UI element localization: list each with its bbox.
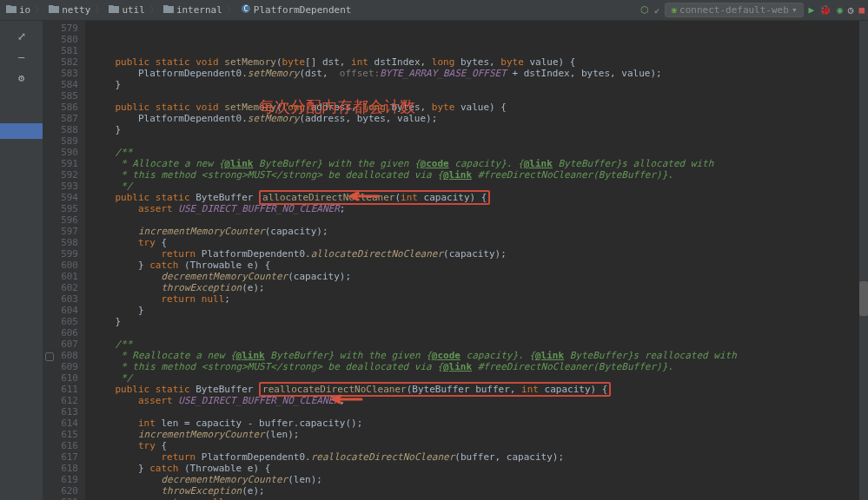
expand-icon[interactable]: ⤢ bbox=[13, 28, 30, 45]
line-number: 586 bbox=[43, 102, 78, 113]
class-icon: C bbox=[241, 3, 251, 16]
line-number: 620 bbox=[43, 485, 78, 497]
breadcrumb-sep: 〉 bbox=[149, 3, 159, 16]
line-number: 605 bbox=[43, 316, 78, 327]
run-icon[interactable]: ▶ bbox=[809, 4, 815, 16]
line-number: 616 bbox=[43, 440, 78, 451]
code-line[interactable]: PlatformDependent0.setMemory(dst, offset… bbox=[85, 68, 859, 79]
code-line[interactable]: * Allocate a new {@link ByteBuffer} with… bbox=[85, 158, 859, 169]
scrollbar-thumb[interactable] bbox=[859, 281, 868, 316]
code-line[interactable]: } catch (Throwable e) { bbox=[85, 260, 859, 271]
line-number: 579 bbox=[43, 23, 78, 34]
line-number: 618 bbox=[43, 463, 78, 474]
breadcrumb-sep: 〉 bbox=[227, 3, 236, 16]
breadcrumb-item-io[interactable]: io bbox=[3, 4, 33, 16]
line-number: 611 bbox=[43, 384, 78, 395]
breadcrumb-item-class[interactable]: C PlatformDependent bbox=[238, 3, 354, 16]
coverage-icon[interactable]: ◉ bbox=[837, 4, 843, 16]
top-bar: io 〉 netty 〉 util 〉 internal 〉 C Platfor… bbox=[0, 0, 868, 21]
line-gutter: 5795805815825835845855865875885895905915… bbox=[43, 21, 85, 500]
code-line[interactable] bbox=[85, 90, 859, 102]
line-number: 588 bbox=[43, 124, 78, 135]
line-number: 580 bbox=[43, 34, 78, 45]
code-line[interactable]: try { bbox=[85, 440, 859, 451]
line-number: 585 bbox=[43, 90, 78, 102]
code-line[interactable]: try { bbox=[85, 237, 859, 248]
folder-icon bbox=[49, 4, 59, 16]
profile-icon[interactable]: ◷ bbox=[848, 4, 854, 16]
breadcrumb-label: internal bbox=[176, 4, 222, 16]
code-line[interactable]: public static void setMemory(long addres… bbox=[85, 102, 859, 113]
folder-icon bbox=[6, 4, 17, 16]
code-line[interactable]: return null; bbox=[85, 497, 859, 500]
breadcrumb-item-netty[interactable]: netty bbox=[46, 4, 93, 16]
code-line[interactable]: throwException(e); bbox=[85, 485, 859, 497]
code-line[interactable]: /** bbox=[85, 147, 859, 158]
debug-icon[interactable]: 🐞 bbox=[819, 4, 832, 16]
code-line[interactable]: * Reallocate a new {@link ByteBuffer} wi… bbox=[85, 350, 859, 361]
code-line[interactable]: return null; bbox=[85, 293, 859, 305]
code-line[interactable]: * this method <strong>MUST</strong> be d… bbox=[85, 361, 859, 372]
code-line[interactable] bbox=[85, 327, 859, 339]
line-number: 598 bbox=[43, 237, 78, 248]
run-config-dropdown[interactable]: ❀ connect-default-web ▾ bbox=[665, 3, 803, 17]
folder-icon bbox=[163, 4, 174, 16]
line-number: 614 bbox=[43, 418, 78, 429]
line-number: 602 bbox=[43, 282, 78, 293]
code-line[interactable]: } bbox=[85, 124, 859, 135]
code-line[interactable]: /** bbox=[85, 339, 859, 350]
code-area[interactable]: 每次分配内存都会计数 public static void setMemory(… bbox=[85, 21, 859, 500]
gear-icon[interactable]: ⚙ bbox=[13, 69, 30, 87]
line-number: 604 bbox=[43, 305, 78, 316]
build-icon[interactable]: ⬡ bbox=[640, 4, 649, 16]
vertical-scrollbar[interactable] bbox=[859, 21, 868, 500]
line-number: 607 bbox=[43, 339, 78, 350]
line-number: 587 bbox=[43, 113, 78, 124]
line-number: 606 bbox=[43, 327, 78, 339]
breadcrumb-label: util bbox=[122, 4, 145, 16]
breadcrumb-item-internal[interactable]: internal bbox=[161, 4, 225, 16]
code-line[interactable]: int len = capacity - buffer.capacity(); bbox=[85, 418, 859, 429]
code-editor[interactable]: 5795805815825835845855865875885895905915… bbox=[43, 21, 868, 500]
breadcrumb-item-util[interactable]: util bbox=[106, 4, 148, 16]
line-number: 589 bbox=[43, 135, 78, 147]
line-number: 593 bbox=[43, 181, 78, 192]
line-number: 597 bbox=[43, 226, 78, 237]
breadcrumb-label: PlatformDependent bbox=[254, 4, 352, 16]
code-line[interactable]: decrementMemoryCounter(capacity); bbox=[85, 271, 859, 282]
code-line[interactable]: decrementMemoryCounter(len); bbox=[85, 474, 859, 485]
line-number: 612 bbox=[43, 395, 78, 406]
code-line[interactable] bbox=[85, 406, 859, 418]
line-number: 609 bbox=[43, 361, 78, 372]
breadcrumb-label: io bbox=[19, 4, 30, 16]
breadcrumb-sep: 〉 bbox=[95, 3, 104, 16]
collapse-icon[interactable]: — bbox=[13, 49, 30, 66]
code-line[interactable] bbox=[85, 214, 859, 226]
line-number: 584 bbox=[43, 79, 78, 90]
breadcrumb-sep: 〉 bbox=[35, 3, 44, 16]
code-line[interactable]: incrementMemoryCounter(capacity); bbox=[85, 226, 859, 237]
prev-icon[interactable]: ↙ bbox=[654, 4, 660, 16]
code-line[interactable]: } bbox=[85, 305, 859, 316]
stop-icon[interactable]: ■ bbox=[858, 4, 865, 16]
line-number: 595 bbox=[43, 203, 78, 214]
code-line[interactable]: PlatformDependent0.setMemory(address, by… bbox=[85, 113, 859, 124]
line-number: 601 bbox=[43, 271, 78, 282]
code-line[interactable]: } bbox=[85, 316, 859, 327]
left-tool-strip: ⤢ — ⚙ bbox=[0, 21, 43, 500]
code-line[interactable]: } bbox=[85, 79, 859, 90]
code-line[interactable]: public static ByteBuffer reallocateDirec… bbox=[85, 384, 859, 395]
code-line[interactable] bbox=[85, 135, 859, 147]
code-line[interactable]: } catch (Throwable e) { bbox=[85, 463, 859, 474]
spring-icon: ❀ bbox=[671, 4, 677, 16]
line-number: 599 bbox=[43, 248, 78, 260]
code-line[interactable]: public static ByteBuffer allocateDirectN… bbox=[85, 192, 859, 203]
line-number: 613 bbox=[43, 406, 78, 418]
code-line[interactable]: return PlatformDependent0.allocateDirect… bbox=[85, 248, 859, 260]
code-line[interactable]: return PlatformDependent0.reallocateDire… bbox=[85, 451, 859, 463]
code-line[interactable]: public static void setMemory(byte[] dst,… bbox=[85, 56, 859, 68]
line-number: 619 bbox=[43, 474, 78, 485]
code-line[interactable]: * this method <strong>MUST</strong> be d… bbox=[85, 169, 859, 181]
code-line[interactable]: incrementMemoryCounter(len); bbox=[85, 429, 859, 440]
code-line[interactable]: throwException(e); bbox=[85, 282, 859, 293]
